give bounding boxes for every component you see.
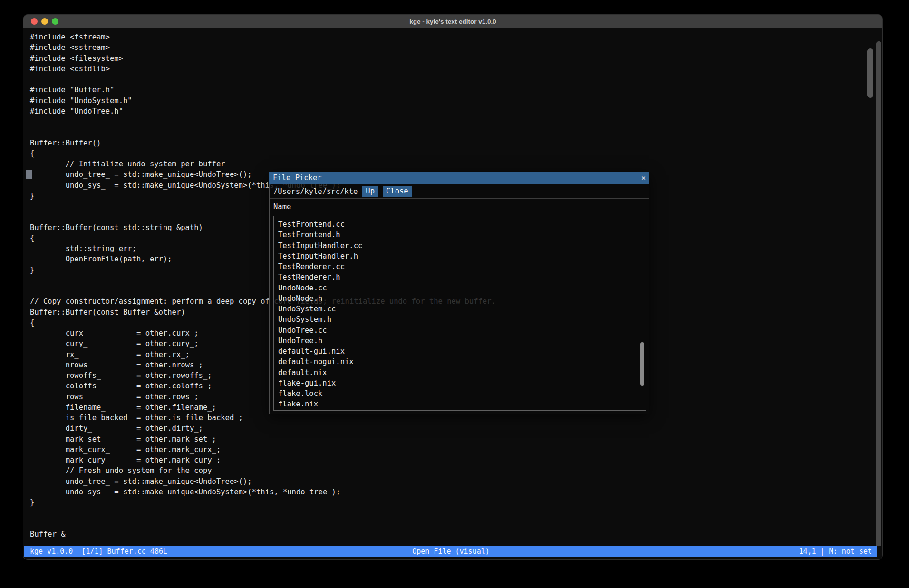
file-item[interactable]: flake-gui.nix xyxy=(274,378,646,388)
status-cursor-position: 14,1 | M: not set xyxy=(591,547,872,556)
window-title: kge - kyle's text editor v1.0.0 xyxy=(23,18,882,25)
code-line: #include "UndoSystem.h" xyxy=(30,96,882,106)
file-picker-dialog: File Picker ✕ /Users/kyle/src/kte Up Clo… xyxy=(269,172,649,414)
code-line: { xyxy=(30,148,882,159)
editor-scrollbar-thumb[interactable] xyxy=(867,48,873,98)
close-icon[interactable]: ✕ xyxy=(641,174,646,182)
code-line xyxy=(30,508,882,518)
status-file-info: kge v1.0.0 [1/1] Buffer.cc 486L xyxy=(30,547,310,556)
code-line: dirty_ = other.dirty_; xyxy=(30,423,882,434)
zoom-window-icon[interactable] xyxy=(52,18,58,25)
close-button[interactable]: Close xyxy=(383,186,412,197)
file-item[interactable]: UndoTree.h xyxy=(274,336,646,346)
code-line: undo_tree_ = std::make_unique<UndoTree>(… xyxy=(30,476,882,487)
file-item[interactable]: UndoNode.cc xyxy=(274,283,646,293)
code-line: #include <cstdlib> xyxy=(30,64,882,74)
file-item[interactable]: default.nix xyxy=(274,367,646,378)
status-mode: Open File (visual) xyxy=(310,547,591,556)
current-path: /Users/kyle/src/kte xyxy=(273,187,358,196)
file-item[interactable]: UndoSystem.h xyxy=(274,314,646,325)
file-list[interactable]: TestFrontend.ccTestFrontend.hTestInputHa… xyxy=(273,216,646,411)
file-list-header: Name xyxy=(270,199,649,215)
code-line: undo_sys_ = std::make_unique<UndoSystem>… xyxy=(30,487,882,497)
code-line: is_file_backed_ = other.is_file_backed_; xyxy=(30,413,882,423)
text-cursor xyxy=(26,170,32,179)
file-item[interactable]: default-gui.nix xyxy=(274,346,646,357)
code-line: Buffer::Buffer() xyxy=(30,138,882,148)
window-titlebar[interactable]: kge - kyle's text editor v1.0.0 xyxy=(23,15,882,28)
code-line: #include "UndoTree.h" xyxy=(30,106,882,116)
file-item[interactable]: flake.nix xyxy=(274,399,646,409)
code-line: // Initialize undo system per buffer xyxy=(30,159,882,169)
file-item[interactable]: TestRenderer.cc xyxy=(274,261,646,272)
name-column-header: Name xyxy=(273,202,291,211)
file-item[interactable]: TestInputHandler.h xyxy=(274,251,646,261)
code-line: #include "Buffer.h" xyxy=(30,85,882,95)
status-bar: kge v1.0.0 [1/1] Buffer.cc 486L Open Fil… xyxy=(24,546,877,557)
file-picker-path-row: /Users/kyle/src/kte Up Close xyxy=(270,184,649,199)
window-scrollbar-track[interactable] xyxy=(876,41,881,546)
file-item[interactable]: UndoTree.cc xyxy=(274,325,646,336)
code-line: #include <sstream> xyxy=(30,42,882,53)
file-item[interactable]: TestFrontend.cc xyxy=(274,219,646,230)
code-line: // Fresh undo system for the copy xyxy=(30,465,882,476)
code-line xyxy=(30,74,882,85)
file-picker-titlebar[interactable]: File Picker ✕ xyxy=(269,172,649,184)
file-picker-title: File Picker xyxy=(273,174,641,182)
code-line: Buffer & xyxy=(30,529,882,540)
code-line: #include <filesystem> xyxy=(30,53,882,64)
file-list-scrollbar-thumb[interactable] xyxy=(640,342,644,386)
file-item[interactable]: TestFrontend.h xyxy=(274,230,646,240)
file-item[interactable]: default-nogui.nix xyxy=(274,357,646,367)
traffic-lights xyxy=(31,15,58,28)
code-line: mark_curx_ = other.mark_curx_; xyxy=(30,444,882,455)
minimize-window-icon[interactable] xyxy=(41,18,48,25)
editor-window: kge - kyle's text editor v1.0.0 #include… xyxy=(23,14,883,560)
up-button[interactable]: Up xyxy=(362,186,378,197)
file-item[interactable]: UndoNode.h xyxy=(274,293,646,304)
file-item[interactable]: UndoSystem.cc xyxy=(274,304,646,314)
code-line xyxy=(30,127,882,137)
code-line xyxy=(30,519,882,529)
code-line: } xyxy=(30,497,882,508)
code-line: mark_set_ = other.mark_set_; xyxy=(30,434,882,444)
file-item[interactable]: TestInputHandler.cc xyxy=(274,241,646,251)
close-window-icon[interactable] xyxy=(31,18,38,25)
code-line: #include <fstream> xyxy=(30,32,882,42)
code-line xyxy=(30,116,882,127)
file-item[interactable]: flake.lock xyxy=(274,388,646,399)
code-line: mark_cury_ = other.mark_cury_; xyxy=(30,455,882,465)
file-item[interactable]: TestRenderer.h xyxy=(274,272,646,282)
